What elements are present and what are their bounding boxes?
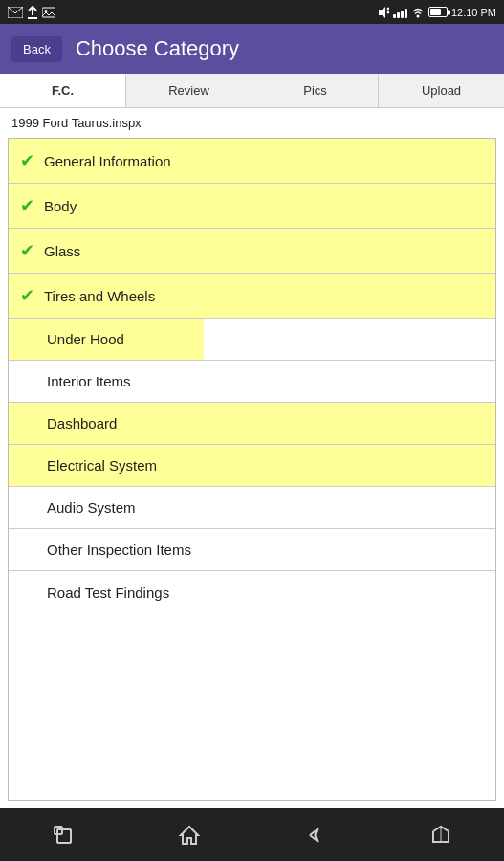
category-label: Audio System — [47, 499, 136, 516]
upload-icon — [27, 6, 38, 19]
wifi-icon — [411, 7, 425, 18]
checkmark-icon: ✔ — [20, 150, 34, 171]
filename-label: 1999 Ford Taurus.inspx — [0, 108, 504, 138]
tab-fc[interactable]: F.C. — [0, 74, 126, 107]
svg-marker-13 — [181, 827, 198, 844]
tab-upload[interactable]: Upload — [379, 74, 504, 107]
category-label: Other Inspection Items — [47, 541, 191, 558]
category-item[interactable]: Other Inspection Items — [9, 529, 495, 571]
category-label: Body — [44, 198, 77, 214]
tab-review[interactable]: Review — [126, 74, 252, 107]
home-button[interactable] — [168, 814, 210, 856]
category-list: ✔General Information✔Body✔Glass✔Tires an… — [8, 138, 496, 801]
svg-point-10 — [416, 14, 419, 17]
back-button[interactable]: Back — [11, 36, 62, 62]
category-item[interactable]: Electrical System — [9, 445, 495, 487]
category-label: Dashboard — [47, 415, 117, 431]
menu-button[interactable] — [420, 814, 462, 856]
signal-icon — [393, 7, 407, 18]
header: Back Choose Category — [0, 24, 504, 74]
photo-icon — [42, 7, 55, 18]
category-label: Glass — [44, 243, 80, 259]
category-item[interactable]: ✔General Information — [9, 139, 495, 184]
category-item[interactable]: Under Hood — [9, 319, 495, 361]
category-item[interactable]: Road Test Findings — [9, 571, 495, 613]
category-item[interactable]: Dashboard — [9, 403, 495, 445]
checkmark-icon: ✔ — [20, 195, 34, 216]
battery-icon — [428, 7, 448, 17]
category-item[interactable]: ✔Glass — [9, 229, 495, 274]
nav-bar — [0, 808, 504, 861]
category-item[interactable]: Interior Items — [9, 361, 495, 403]
category-label: Road Test Findings — [47, 585, 169, 601]
status-bar: 12:10 PM — [0, 0, 504, 24]
category-label: Interior Items — [47, 373, 131, 389]
category-label: Electrical System — [47, 457, 157, 474]
category-item[interactable]: ✔Tires and Wheels — [9, 274, 495, 319]
status-bar-right-icons: 12:10 PM — [378, 6, 496, 19]
tab-pics[interactable]: Pics — [252, 74, 379, 107]
category-item[interactable]: Audio System — [9, 487, 495, 529]
mute-icon — [378, 6, 389, 19]
email-icon — [8, 7, 23, 18]
svg-rect-12 — [57, 829, 71, 843]
status-time: 12:10 PM — [451, 7, 496, 18]
back-nav-button[interactable] — [294, 814, 336, 856]
recent-apps-button[interactable] — [42, 814, 84, 856]
checkmark-icon: ✔ — [20, 285, 34, 306]
page-title: Choose Category — [76, 36, 239, 61]
svg-marker-5 — [379, 7, 385, 18]
category-label: General Information — [44, 153, 171, 169]
tab-bar: F.C. Review Pics Upload — [0, 74, 504, 108]
category-item[interactable]: ✔Body — [9, 184, 495, 229]
category-label: Tires and Wheels — [44, 288, 155, 304]
checkmark-icon: ✔ — [20, 240, 34, 261]
status-bar-left-icons — [8, 6, 55, 19]
category-label: Under Hood — [47, 331, 124, 347]
